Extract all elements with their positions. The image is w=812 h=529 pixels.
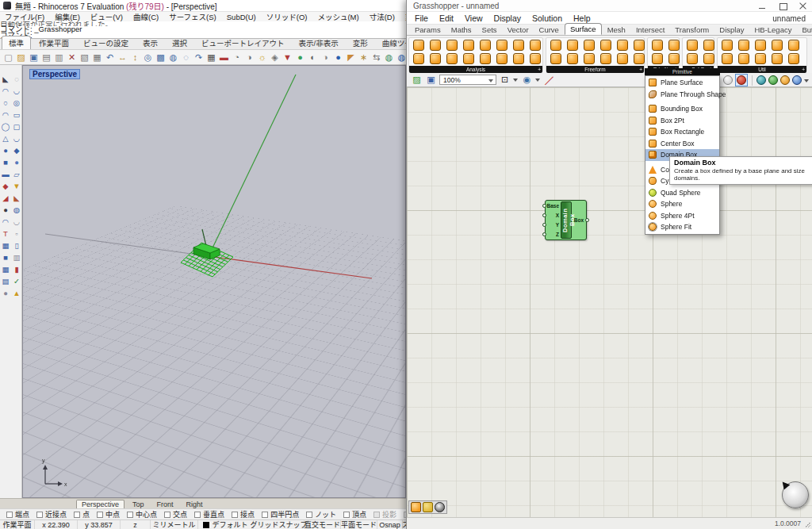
ellipse-icon[interactable]: ◯ (1, 122, 10, 132)
explode-icon[interactable]: ▼ (12, 182, 21, 191)
canvas-zoom-select[interactable]: 100% (439, 75, 496, 85)
component-output[interactable]: Box (572, 201, 586, 240)
menu-item-sphere[interactable]: Sphere (645, 198, 719, 210)
component-icon[interactable] (687, 53, 698, 64)
perspective-viewport[interactable]: x y Perspective (22, 65, 406, 498)
component-icon[interactable] (446, 40, 458, 51)
grid-icon[interactable]: ▦ (1, 265, 10, 274)
status-x-coordinate[interactable]: x 22.390 (35, 520, 78, 529)
viewport-tab-perspective[interactable]: Perspective (76, 500, 124, 508)
component-icon[interactable] (413, 53, 424, 64)
component-icon[interactable] (513, 53, 524, 64)
menu-item[interactable]: File (415, 13, 428, 23)
columns-icon[interactable]: ▥ (12, 253, 21, 263)
move-icon[interactable]: ■ (1, 253, 10, 263)
expand-panel-icon[interactable] (802, 66, 805, 73)
zoom-extents-icon[interactable]: ⊡ (499, 74, 511, 86)
domain-box-component[interactable]: BaseXYZ Domain Box Box (545, 200, 587, 240)
component-icon[interactable] (738, 53, 749, 64)
shade-view-icon[interactable]: ◔ (231, 51, 243, 63)
component-icon[interactable] (755, 40, 766, 51)
fillet-icon[interactable]: ◢ (1, 194, 10, 203)
mirror-icon[interactable]: ▯ (12, 241, 21, 251)
zoom-icon[interactable]: ◎ (142, 51, 154, 63)
status-osnap[interactable]: Osnap (377, 520, 403, 529)
menu-item[interactable]: Edit (439, 13, 454, 23)
lock-icon[interactable]: ◈ (269, 51, 281, 63)
checkbox-icon[interactable] (36, 512, 43, 518)
checkbox-icon[interactable] (6, 512, 13, 518)
component-input[interactable]: Y (546, 220, 561, 230)
tab-transform[interactable]: 変形 (347, 36, 374, 49)
component-icon[interactable] (617, 40, 628, 51)
menu-item[interactable]: 寸法(D) (370, 11, 395, 22)
component-icon[interactable] (550, 53, 561, 64)
rectangle-icon[interactable]: ▭ (12, 110, 21, 120)
osnap-toggle[interactable]: 中心点 (127, 509, 157, 519)
lamp-icon[interactable]: ☼ (256, 51, 268, 63)
osnap-toggle[interactable]: 頂点 (343, 509, 366, 519)
document-preview-settings-icon[interactable] (792, 75, 802, 85)
menu-item[interactable]: 曲線(C) (133, 11, 159, 22)
zoom-dynamic-icon[interactable]: ◍ (167, 51, 179, 63)
osnap-toggle[interactable]: ノット (306, 509, 336, 519)
osnap-toggle[interactable]: 交点 (164, 509, 187, 519)
tab-vector[interactable]: Vector (503, 25, 534, 35)
checkbox-icon[interactable] (97, 512, 103, 518)
checkbox-icon[interactable] (232, 512, 238, 518)
save-icon[interactable]: ▣ (425, 74, 437, 86)
tab-params[interactable]: Params (410, 25, 446, 35)
component-icon[interactable] (567, 53, 578, 64)
tab-transform[interactable]: Transform (670, 25, 714, 35)
component-icon[interactable] (634, 40, 645, 51)
component-icon[interactable] (755, 53, 766, 64)
zoom-extents-dropdown-icon[interactable] (513, 75, 519, 85)
menu-item-sphere-fit[interactable]: Sphere Fit (645, 221, 719, 233)
resize-grip[interactable] (805, 522, 810, 527)
status-planar[interactable]: 平面モード (341, 520, 377, 529)
tab-sets[interactable]: Sets (477, 25, 502, 35)
history-icon[interactable]: ⇆ (370, 51, 382, 63)
tab-intersect[interactable]: Intersect (631, 25, 669, 35)
cut-icon[interactable]: ▧ (79, 51, 90, 63)
copy-icon[interactable]: ▥ (53, 51, 65, 63)
component-icon[interactable] (480, 40, 491, 51)
flag-icon[interactable]: ▼ (282, 51, 293, 63)
component-icon[interactable] (513, 40, 524, 51)
point-icon[interactable]: ◌ (12, 75, 21, 84)
checkbox-icon[interactable] (74, 512, 80, 518)
component-icon[interactable] (600, 40, 611, 51)
tab-view-settings[interactable]: ビューの設定 (77, 36, 135, 49)
ribbon-group-label[interactable]: Util (718, 66, 806, 73)
component-icon[interactable] (480, 53, 491, 64)
component-input[interactable]: X (546, 210, 561, 220)
named-view-icon[interactable]: ▬ (218, 51, 230, 63)
tab-display[interactable]: 表示 (136, 36, 164, 49)
helix-icon[interactable]: ◡ (12, 134, 21, 144)
shaded-sphere-icon[interactable]: ◐ (307, 51, 319, 63)
control-curve-icon[interactable]: ◡ (12, 86, 21, 96)
component-input[interactable]: Z (546, 230, 561, 240)
status-y-coordinate[interactable]: y 33.857 (78, 520, 121, 529)
component-icon[interactable] (772, 53, 783, 64)
notes-icon[interactable]: ▤ (1, 277, 10, 286)
circle-icon[interactable]: ○ (1, 98, 10, 108)
component-icon[interactable] (413, 40, 424, 51)
component-icon[interactable] (772, 40, 783, 51)
move-icon[interactable]: ↕ (129, 51, 141, 63)
tab-display[interactable]: Display (714, 25, 749, 35)
panel-flyout-header[interactable]: Primitive (645, 68, 720, 75)
menu-item-bounding-box[interactable]: Bounding Box (645, 103, 719, 115)
menu-item[interactable]: ソリッド(O) (266, 11, 308, 22)
xray-sphere-icon[interactable]: ◑ (320, 51, 331, 63)
component-icon[interactable] (430, 53, 441, 64)
render-sphere-icon[interactable]: ● (332, 51, 344, 63)
boolean-icon[interactable]: ◆ (1, 182, 10, 191)
checkbox-icon[interactable] (306, 512, 312, 518)
checkbox-icon[interactable] (127, 512, 133, 518)
menu-item[interactable]: サーフェス(S) (169, 11, 216, 22)
tab-mesh[interactable]: Mesh (603, 25, 630, 35)
component-icon[interactable] (430, 40, 441, 51)
compass-widget-icon[interactable] (435, 502, 445, 512)
rebuild-icon[interactable]: ◡ (12, 217, 21, 227)
